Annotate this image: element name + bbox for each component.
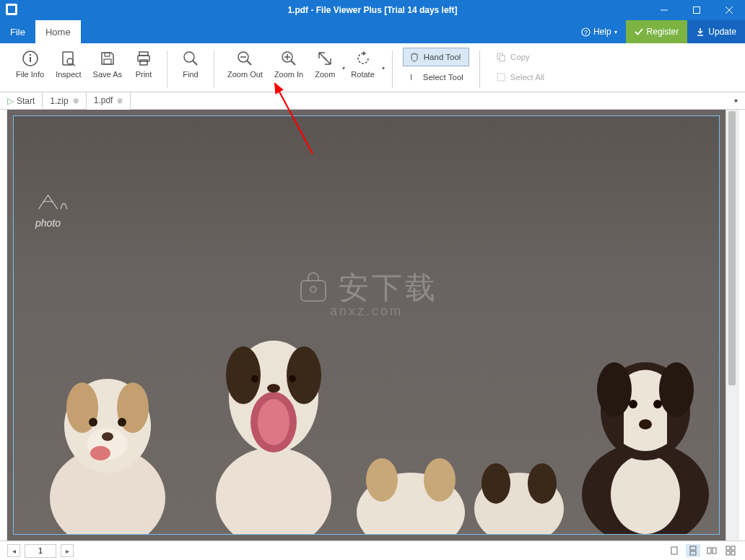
svg-point-40 xyxy=(90,446,110,460)
right-panel-edge[interactable] xyxy=(738,110,745,541)
svg-point-55 xyxy=(424,458,456,502)
zoom-out-icon xyxy=(235,49,254,68)
svg-point-20 xyxy=(184,52,194,62)
close-tab-icon[interactable]: ⊗ xyxy=(117,97,123,105)
copy-icon xyxy=(496,52,506,62)
hand-icon xyxy=(409,52,419,62)
inspect-icon xyxy=(59,49,78,68)
play-icon: ▷ xyxy=(7,96,14,106)
register-button[interactable]: Register xyxy=(626,20,688,43)
help-button[interactable]: ? Help ▾ xyxy=(572,20,626,43)
ribbon: File Info Inspect Save As Print Find Zoo… xyxy=(0,43,745,92)
titlebar: 1.pdf - File Viewer Plus [Trial 14 days … xyxy=(0,0,745,20)
view-mode-single[interactable] xyxy=(667,544,681,557)
puppy-image-3 xyxy=(346,440,476,534)
file-info-button[interactable]: File Info xyxy=(10,48,50,80)
view-mode-facing[interactable] xyxy=(705,544,719,557)
svg-point-54 xyxy=(366,458,398,502)
maximize-button[interactable] xyxy=(680,0,713,20)
svg-point-57 xyxy=(482,463,510,504)
svg-point-60 xyxy=(611,455,680,534)
svg-point-13 xyxy=(67,58,73,64)
select-all-icon xyxy=(496,72,506,82)
chevron-down-icon[interactable]: ▾ xyxy=(382,56,385,71)
svg-rect-76 xyxy=(731,551,735,555)
app-icon xyxy=(6,4,17,15)
print-button[interactable]: Print xyxy=(128,48,160,80)
svg-rect-33 xyxy=(301,281,326,301)
hand-tool-button[interactable]: Hand Tool xyxy=(403,48,469,66)
svg-point-46 xyxy=(226,346,261,404)
statusbar: ◂ ▸ xyxy=(0,541,745,560)
vertical-scrollbar[interactable] xyxy=(726,110,738,541)
svg-point-10 xyxy=(29,54,30,56)
rotate-button[interactable]: Rotate xyxy=(345,48,380,80)
select-tool-button[interactable]: I Select Tool xyxy=(403,68,469,87)
pdf-viewer[interactable]: photo 安下载 anxz.com xyxy=(7,110,726,541)
find-button[interactable]: Find xyxy=(175,48,206,80)
save-as-button[interactable]: Save As xyxy=(87,48,128,80)
svg-rect-75 xyxy=(726,551,730,555)
svg-text:?: ? xyxy=(584,29,588,36)
tab-file[interactable]: File xyxy=(0,20,35,43)
info-icon xyxy=(21,49,40,68)
svg-line-24 xyxy=(247,61,251,65)
svg-rect-69 xyxy=(690,546,696,550)
content-area: photo 安下载 anxz.com xyxy=(0,110,745,541)
svg-point-42 xyxy=(118,418,126,426)
zoom-button[interactable]: Zoom xyxy=(309,48,341,80)
svg-point-43 xyxy=(102,432,113,441)
chevron-down-icon: ▾ xyxy=(614,29,617,35)
help-icon: ? xyxy=(581,27,591,37)
svg-rect-31 xyxy=(500,56,505,61)
view-mode-facing-continuous[interactable] xyxy=(723,544,738,557)
close-tab-icon[interactable]: ⊗ xyxy=(73,97,79,105)
zoom-out-button[interactable]: Zoom Out xyxy=(222,48,269,80)
select-all-button: Select All xyxy=(490,68,550,87)
start-button[interactable]: ▷ Start xyxy=(0,92,43,109)
rotate-icon xyxy=(354,49,372,68)
svg-rect-3 xyxy=(693,7,700,14)
svg-text:I: I xyxy=(410,73,412,82)
svg-rect-32 xyxy=(497,74,505,81)
svg-point-49 xyxy=(258,399,289,445)
svg-point-41 xyxy=(89,418,97,426)
svg-point-62 xyxy=(597,362,632,417)
svg-line-21 xyxy=(193,61,197,65)
svg-point-52 xyxy=(289,375,296,382)
pdf-page: photo 安下载 anxz.com xyxy=(13,115,720,535)
save-icon xyxy=(98,49,117,68)
svg-rect-70 xyxy=(690,551,696,555)
view-mode-continuous[interactable] xyxy=(686,544,700,557)
update-button[interactable]: Update xyxy=(687,20,745,43)
svg-point-47 xyxy=(287,346,321,404)
svg-point-50 xyxy=(267,384,280,393)
left-panel-edge[interactable] xyxy=(0,110,7,541)
check-icon xyxy=(635,27,643,36)
minimize-button[interactable] xyxy=(648,0,680,20)
file-tab-pdf[interactable]: 1.pdf ⊗ xyxy=(87,92,131,110)
svg-point-65 xyxy=(653,400,662,408)
photo-signature: photo xyxy=(35,188,86,229)
file-tab-zip[interactable]: 1.zip ⊗ xyxy=(43,92,86,109)
svg-point-64 xyxy=(629,400,637,408)
zoom-in-button[interactable]: Zoom In xyxy=(269,48,309,80)
svg-rect-74 xyxy=(731,546,735,550)
tab-home[interactable]: Home xyxy=(35,20,81,43)
menubar: File Home ? Help ▾ Register Update xyxy=(0,20,745,43)
page-number-input[interactable] xyxy=(25,544,56,558)
svg-line-28 xyxy=(291,61,295,65)
tab-overflow-button[interactable]: ▾ xyxy=(727,92,745,109)
puppy-image-4 xyxy=(469,433,570,534)
svg-rect-71 xyxy=(707,548,711,554)
svg-rect-72 xyxy=(713,548,716,554)
svg-point-66 xyxy=(639,419,652,429)
close-button[interactable] xyxy=(713,0,745,20)
svg-point-51 xyxy=(251,375,258,382)
print-icon xyxy=(134,49,153,68)
page-next-button[interactable]: ▸ xyxy=(61,544,74,557)
svg-point-63 xyxy=(659,362,694,417)
page-prev-button[interactable]: ◂ xyxy=(7,544,20,557)
tabbar: ▷ Start 1.zip ⊗ 1.pdf ⊗ ▾ xyxy=(0,92,745,110)
inspect-button[interactable]: Inspect xyxy=(50,48,87,80)
